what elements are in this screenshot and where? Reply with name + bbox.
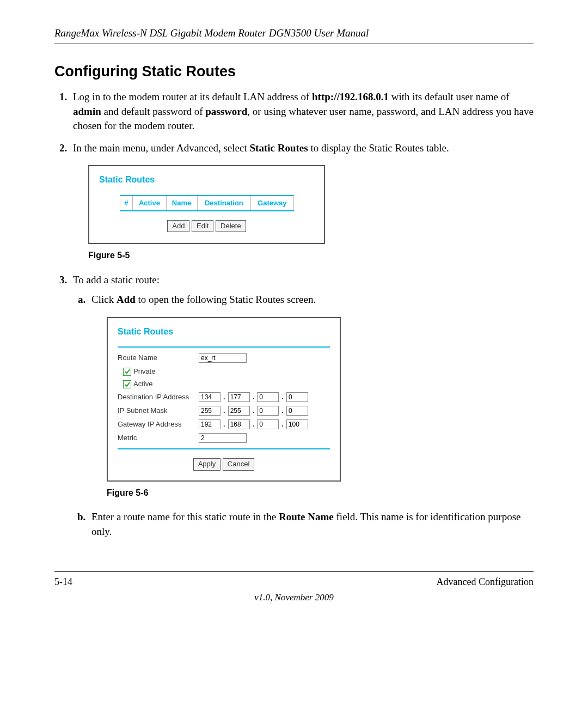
footer: 5-14 Advanced Configuration v1.0, Novemb…	[54, 571, 534, 603]
step-3a: Click Add to open the following Static R…	[88, 293, 534, 499]
subnet-oct-1[interactable]	[199, 406, 220, 416]
gateway-oct-3[interactable]	[257, 419, 279, 429]
step3b-pre: Enter a route name for this static route…	[91, 511, 279, 522]
dot-icon: .	[281, 419, 284, 429]
step3-text: To add a static route:	[73, 274, 160, 285]
section-heading: Configuring Static Routes	[54, 63, 534, 80]
figure2-title: Static Routes	[118, 326, 330, 338]
footer-version: v1.0, November 2009	[54, 592, 534, 603]
add-button[interactable]: Add	[167, 220, 189, 232]
label-private: Private	[133, 367, 155, 376]
figure1-title: Static Routes	[99, 174, 314, 186]
input-route-name[interactable]	[199, 353, 247, 363]
step3b-bold: Route Name	[279, 511, 334, 522]
figure1-panel: Static Routes # Active Name Destination …	[88, 165, 325, 244]
col-active: Active	[133, 196, 166, 211]
gateway-oct-1[interactable]	[199, 419, 220, 429]
edit-button[interactable]: Edit	[192, 220, 213, 232]
step-2: In the main menu, under Advanced, select…	[70, 141, 534, 262]
step1-url: http://192.168.0.1	[312, 91, 389, 102]
footer-page: 5-14	[54, 576, 72, 588]
col-num: #	[120, 196, 133, 211]
step1-admin: admin	[73, 106, 101, 117]
footer-section: Advanced Configuration	[437, 576, 534, 588]
figure1-caption: Figure 5-5	[88, 249, 534, 261]
label-route-name: Route Name	[118, 353, 197, 363]
col-gateway: Gateway	[251, 196, 293, 211]
step3a-post: to open the following Static Routes scre…	[136, 294, 316, 305]
col-name: Name	[166, 196, 197, 211]
dot-icon: .	[223, 392, 226, 402]
dot-icon: .	[223, 406, 226, 416]
dot-icon: .	[281, 406, 284, 416]
dest-oct-4[interactable]	[286, 392, 308, 402]
dest-oct-3[interactable]	[257, 392, 279, 402]
step2-bold: Static Routes	[249, 142, 308, 154]
footer-rule	[54, 571, 534, 572]
step1-mid1: with its default user name of	[389, 91, 510, 102]
label-metric: Metric	[118, 433, 197, 443]
gateway-oct-4[interactable]	[286, 419, 308, 429]
routes-table: # Active Name Destination Gateway	[120, 195, 294, 211]
step2-post: to display the Static Routes table.	[308, 142, 449, 154]
cancel-button[interactable]: Cancel	[223, 458, 254, 470]
label-subnet: IP Subnet Mask	[118, 406, 197, 416]
header-rule	[54, 44, 534, 44]
checkbox-private[interactable]	[123, 368, 131, 376]
dot-icon: .	[252, 406, 255, 416]
subnet-oct-2[interactable]	[228, 406, 250, 416]
col-destination: Destination	[197, 196, 251, 211]
label-dest-ip: Destination IP Address	[118, 392, 197, 402]
gateway-oct-2[interactable]	[228, 419, 250, 429]
step3a-bold: Add	[117, 294, 136, 305]
step1-mid2: and default password of	[101, 106, 206, 117]
step-3: To add a static route: Click Add to open…	[70, 273, 534, 539]
step2-pre: In the main menu, under Advanced, select	[73, 142, 249, 154]
label-active: Active	[133, 379, 152, 389]
header-title: RangeMax Wireless-N DSL Gigabit Modem Ro…	[54, 27, 534, 39]
dest-oct-2[interactable]	[228, 392, 250, 402]
dot-icon: .	[252, 392, 255, 402]
dot-icon: .	[252, 419, 255, 429]
step3a-pre: Click	[91, 294, 117, 305]
step1-pre: Log in to the modem router at its defaul…	[73, 91, 312, 102]
input-metric[interactable]	[199, 433, 247, 443]
step-1: Log in to the modem router at its defaul…	[70, 90, 534, 133]
dot-icon: .	[281, 392, 284, 402]
step-3b: Enter a route name for this static route…	[88, 510, 534, 539]
label-gateway: Gateway IP Address	[118, 419, 197, 429]
apply-button[interactable]: Apply	[193, 458, 221, 470]
step1-password: password	[205, 106, 247, 117]
dest-oct-1[interactable]	[199, 392, 220, 402]
checkbox-active[interactable]	[123, 380, 131, 388]
figure2-caption: Figure 5-6	[107, 487, 534, 499]
delete-button[interactable]: Delete	[216, 220, 246, 232]
dot-icon: .	[223, 419, 226, 429]
subnet-oct-4[interactable]	[286, 406, 308, 416]
subnet-oct-3[interactable]	[257, 406, 279, 416]
figure2-panel: Static Routes Route Name Private	[107, 317, 341, 482]
